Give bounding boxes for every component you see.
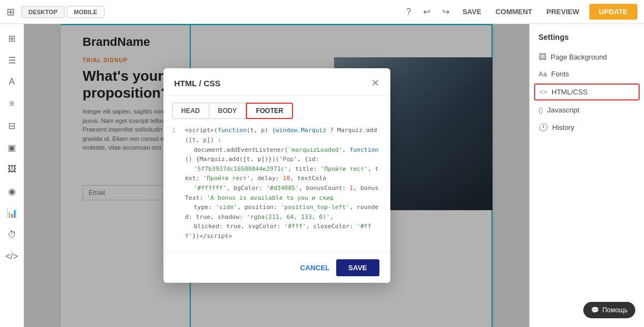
history-label: History	[552, 123, 574, 132]
tab-body[interactable]: BODY	[209, 103, 247, 119]
page-background-label: Page Background	[551, 53, 607, 61]
desktop-button[interactable]: DESKTOP	[21, 6, 65, 18]
cancel-button[interactable]: CANCEL	[300, 264, 330, 272]
help-label: Помощь	[602, 306, 628, 314]
sidebar-widget-icon[interactable]: ◉	[2, 181, 22, 201]
main-layout: ⊞ ☰ A ≡ ⊟ ▣ 🖼 ◉ 📊 ⏱ </> BrandName TRIAL …	[0, 24, 644, 327]
canvas-area: BrandName TRIAL SIGNUP What's your mprop…	[24, 24, 529, 327]
history-icon: 🕐	[538, 123, 548, 132]
toolbar-right: ? ↩ ↪ SAVE COMMENT PREVIEW UPDATE	[403, 4, 637, 20]
comment-button[interactable]: COMMENT	[491, 5, 536, 18]
code-area[interactable]: 1 <script>(function(t, p) {window.Marqui…	[163, 119, 390, 247]
undo-button[interactable]: ↩	[420, 4, 434, 19]
settings-item-history[interactable]: 🕐 History	[530, 118, 644, 136]
help-icon-btn[interactable]: ?	[403, 5, 414, 19]
modal-overlay: HTML / CSS ✕ HEAD BODY FOOTER 1 <script>…	[24, 24, 529, 327]
page-background-icon: 🖼	[538, 52, 546, 61]
sidebar-media-icon[interactable]: ▣	[2, 138, 22, 157]
update-button[interactable]: UPDATE	[589, 4, 637, 20]
sidebar-code-icon[interactable]: </>	[2, 247, 22, 266]
line-number: 1	[172, 126, 181, 241]
modal-tabs: HEAD BODY FOOTER	[163, 96, 390, 119]
sidebar-timer-icon[interactable]: ⏱	[2, 225, 22, 245]
modal-title: HTML / CSS	[174, 79, 221, 88]
right-panel: Settings 🖼 Page Background Aa Fonts <> H…	[529, 24, 644, 327]
help-button[interactable]: 💬 Помощь	[583, 302, 635, 318]
sidebar-image-icon[interactable]: 🖼	[2, 159, 22, 179]
fonts-label: Fonts	[551, 70, 569, 78]
settings-item-html-css[interactable]: <> HTML/CSS	[534, 84, 640, 100]
sidebar-chart-icon[interactable]: 📊	[2, 203, 22, 223]
html-css-modal: HTML / CSS ✕ HEAD BODY FOOTER 1 <script>…	[163, 68, 390, 282]
save-button[interactable]: SAVE	[458, 5, 485, 18]
sidebar-list-icon[interactable]: ≡	[2, 94, 22, 114]
settings-item-javascript[interactable]: () Javascript	[530, 102, 644, 118]
code-content: <script>(function(t, p) {window.Marquiz …	[185, 126, 382, 241]
sidebar-text-icon[interactable]: A	[2, 72, 22, 92]
fonts-icon: Aa	[538, 70, 547, 78]
redo-button[interactable]: ↪	[439, 4, 453, 19]
modal-close-button[interactable]: ✕	[371, 77, 379, 89]
tab-head[interactable]: HEAD	[172, 103, 209, 119]
sidebar-pages-icon[interactable]: ⊞	[2, 28, 22, 48]
preview-button[interactable]: PREVIEW	[542, 5, 584, 18]
settings-item-page-background[interactable]: 🖼 Page Background	[530, 48, 644, 66]
tab-footer[interactable]: FOOTER	[246, 103, 293, 119]
code-line-1: 1 <script>(function(t, p) {window.Marqui…	[172, 126, 382, 241]
modal-save-button[interactable]: SAVE	[336, 259, 379, 276]
toolbar-left: ⊞ DESKTOP MOBILE	[7, 6, 104, 18]
javascript-label: Javascript	[547, 106, 579, 114]
toolbar: ⊞ DESKTOP MOBILE ? ↩ ↪ SAVE COMMENT PREV…	[0, 0, 644, 24]
html-css-icon: <>	[540, 88, 547, 96]
modal-header: HTML / CSS ✕	[163, 68, 390, 96]
help-chat-icon: 💬	[591, 306, 599, 314]
left-sidebar: ⊞ ☰ A ≡ ⊟ ▣ 🖼 ◉ 📊 ⏱ </>	[0, 24, 24, 327]
sidebar-grid-icon[interactable]: ⊟	[2, 116, 22, 135]
javascript-icon: ()	[538, 106, 543, 114]
modal-footer: CANCEL SAVE	[163, 252, 390, 283]
mobile-button[interactable]: MOBILE	[67, 6, 104, 18]
html-css-label: HTML/CSS	[552, 88, 588, 96]
settings-title: Settings	[530, 33, 644, 48]
sidebar-layers-icon[interactable]: ☰	[2, 50, 22, 70]
apps-icon[interactable]: ⊞	[7, 6, 19, 18]
settings-item-fonts[interactable]: Aa Fonts	[530, 66, 644, 82]
